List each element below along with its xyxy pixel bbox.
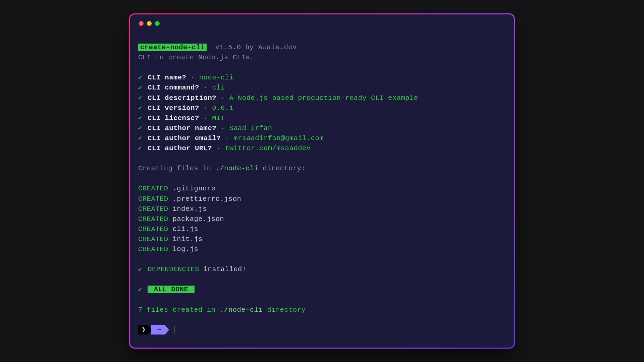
prompt-answers-block: ✔ CLI name? · node-cli✔ CLI command? · c… <box>138 73 506 154</box>
dependencies-line: ✔ DEPENDENCIES installed! <box>138 264 506 275</box>
prompt-question: CLI description? <box>148 94 216 102</box>
all-done-line: ✔ ALL DONE <box>138 285 506 295</box>
prompt-question: CLI version? <box>148 104 199 112</box>
prompt-answer: twitter.com/msaaddev <box>225 144 311 152</box>
check-icon: ✔ <box>138 94 142 102</box>
created-label: CREATED <box>138 195 168 203</box>
cli-name-badge: create-node-cli <box>138 44 207 51</box>
prompt-question: CLI license? <box>148 114 199 122</box>
cli-author: Awais.dev <box>258 44 297 51</box>
check-icon: ✔ <box>138 265 142 274</box>
close-icon[interactable] <box>139 21 144 26</box>
created-line: CREATED .gitignore <box>138 184 506 194</box>
prompt-answer: Saad Irfan <box>229 124 272 132</box>
terminal-window: create-node-cli v1.5.0 by Awais.dev CLI … <box>129 13 515 349</box>
creating-files-line: Creating files in ./node-cli directory: <box>138 164 506 174</box>
prompt-answer: A Node.js based production-ready CLI exa… <box>229 94 418 102</box>
prompt-answer: 0.0.1 <box>212 104 233 112</box>
prompt-line: ✔ CLI author email? · mrsaadirfan@gmail.… <box>138 133 506 143</box>
output-dir: ./node-cli <box>215 165 258 172</box>
created-label: CREATED <box>138 205 168 213</box>
minimize-icon[interactable] <box>147 21 152 26</box>
created-filename: .prettierrc.json <box>172 195 241 203</box>
prompt-answer: MIT <box>212 114 225 122</box>
prompt-line: ✔ CLI name? · node-cli <box>138 73 506 83</box>
prompt-question: CLI command? <box>148 84 199 92</box>
created-line: CREATED .prettierrc.json <box>138 194 506 204</box>
created-line: CREATED package.json <box>138 214 506 224</box>
prompt-line: ✔ CLI description? · A Node.js based pro… <box>138 93 506 103</box>
created-filename: cli.js <box>172 225 198 233</box>
check-icon: ✔ <box>138 114 142 122</box>
created-line: CREATED log.js <box>138 244 506 254</box>
created-filename: .gitignore <box>172 185 215 192</box>
check-icon: ✔ <box>138 104 142 112</box>
prompt-question: CLI author name? <box>148 124 216 132</box>
created-filename: init.js <box>172 235 203 243</box>
created-files-block: CREATED .gitignoreCREATED .prettierrc.js… <box>138 184 506 254</box>
created-label: CREATED <box>138 235 168 243</box>
prompt-line: ✔ CLI author name? · Saad Irfan <box>138 123 506 133</box>
prompt-question: CLI author URL? <box>148 144 212 152</box>
window-traffic-lights <box>139 21 506 26</box>
created-label: CREATED <box>138 225 168 233</box>
check-icon: ✔ <box>138 285 142 294</box>
created-label: CREATED <box>138 245 168 253</box>
created-line: CREATED index.js <box>138 204 506 214</box>
prompt-question: CLI author email? <box>148 134 221 142</box>
prompt-answer: cli <box>212 84 225 92</box>
prompt-arrow-icon: ❯ <box>138 325 148 335</box>
check-icon: ✔ <box>138 134 142 142</box>
prompt-answer: mrsaadirfan@gmail.com <box>233 134 324 142</box>
prompt-cwd: ~ <box>151 325 165 335</box>
shell-prompt[interactable]: ❯~ <box>138 325 506 335</box>
prompt-question: CLI name? <box>148 74 186 81</box>
check-icon: ✔ <box>138 144 142 153</box>
header-line: create-node-cli v1.5.0 by Awais.dev <box>138 43 506 53</box>
check-icon: ✔ <box>138 124 142 132</box>
created-filename: index.js <box>172 205 207 213</box>
created-filename: package.json <box>172 215 224 223</box>
cli-version: v1.5.0 <box>215 44 241 51</box>
check-icon: ✔ <box>138 83 142 92</box>
prompt-answer: node-cli <box>199 74 233 81</box>
created-label: CREATED <box>138 215 168 223</box>
created-line: CREATED cli.js <box>138 224 506 234</box>
maximize-icon[interactable] <box>155 21 160 26</box>
terminal-inner: create-node-cli v1.5.0 by Awais.dev CLI … <box>130 14 514 348</box>
created-filename: log.js <box>172 245 198 253</box>
cursor-icon <box>174 326 174 334</box>
cli-tagline: CLI to create Node.js CLIs. <box>138 53 506 63</box>
prompt-line: ✔ CLI author URL? · twitter.com/msaaddev <box>138 143 506 154</box>
prompt-line: ✔ CLI version? · 0.0.1 <box>138 103 506 113</box>
created-label: CREATED <box>138 185 168 192</box>
terminal-output: create-node-cli v1.5.0 by Awais.dev CLI … <box>138 43 506 335</box>
prompt-line: ✔ CLI license? · MIT <box>138 113 506 123</box>
summary-line: 7 files created in ./node-cli directory <box>138 305 506 315</box>
created-line: CREATED init.js <box>138 234 506 244</box>
check-icon: ✔ <box>138 73 142 82</box>
prompt-line: ✔ CLI command? · cli <box>138 83 506 93</box>
all-done-badge: ALL DONE <box>148 286 195 293</box>
